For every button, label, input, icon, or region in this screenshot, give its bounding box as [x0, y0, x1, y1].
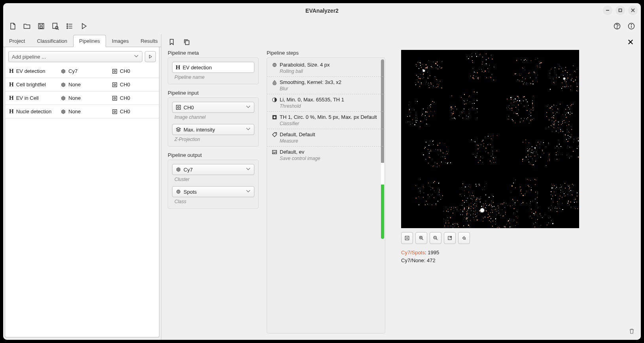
pipeline-channel: CH0 — [120, 82, 130, 88]
svg-rect-29 — [113, 96, 117, 100]
maximize-button[interactable] — [616, 6, 625, 15]
tab-project[interactable]: Project — [3, 35, 31, 47]
h-icon: H — [9, 81, 14, 88]
help-icon[interactable] — [612, 21, 623, 32]
tab-results[interactable]: Results — [134, 35, 163, 47]
close-button[interactable] — [628, 6, 638, 15]
svg-point-20 — [631, 25, 631, 25]
channel-icon — [112, 82, 117, 88]
pipeline-step[interactable]: Li, Min. 0, Max. 65535, TH 1Threshold — [267, 94, 385, 112]
h-icon: H — [9, 95, 14, 101]
step-title: Li, Min. 0, Max. 65535, TH 1 — [280, 97, 344, 103]
delete-button[interactable] — [628, 328, 635, 336]
pipeline-step[interactable]: TH 1, Circ. 0 %, Min. 5 px, Max. px Defa… — [267, 112, 385, 129]
step-caption: Threshold — [280, 103, 379, 109]
cluster-select[interactable]: Cy7 — [172, 164, 254, 175]
svg-marker-28 — [62, 96, 65, 100]
svg-point-41 — [177, 190, 180, 194]
pipeline-list: HEV detectionCy7CH0HCell brightfielNoneC… — [5, 65, 159, 337]
open-external-button[interactable] — [444, 232, 456, 244]
preview-stats: Cy7/Spots: 1995Cy7/None: 472 — [401, 249, 439, 264]
step-caption: Measure — [280, 138, 379, 144]
pipeline-channel: CH0 — [120, 95, 130, 101]
zoom-out-button[interactable] — [430, 232, 441, 244]
step-title: Default, ev — [280, 149, 304, 155]
image-channel-select[interactable]: CH0 — [172, 102, 254, 113]
svg-point-45 — [273, 116, 275, 118]
info-icon[interactable] — [626, 21, 637, 32]
chevron-down-icon — [247, 128, 251, 131]
svg-point-48 — [273, 151, 274, 152]
pipeline-step[interactable]: Default, DefaultMeasure — [267, 129, 385, 147]
preview-toolbar — [401, 232, 470, 244]
tab-pipelines[interactable]: Pipelines — [73, 35, 106, 47]
zproj-caption: Z-Projection — [172, 137, 254, 142]
svg-rect-32 — [113, 109, 117, 114]
hexagon-icon — [176, 167, 181, 172]
svg-marker-15 — [82, 23, 86, 29]
svg-rect-23 — [113, 69, 117, 73]
pipeline-channel: CH0 — [120, 109, 130, 114]
h-icon: H — [9, 68, 14, 74]
step-title: Default, Default — [280, 131, 315, 137]
stat-value: 472 — [427, 257, 436, 263]
pipeline-row[interactable]: HEV detectionCy7CH0 — [5, 65, 159, 78]
tab-classification[interactable]: Classification — [31, 35, 73, 47]
pipeline-row[interactable]: HCell brightfielNoneCH0 — [5, 78, 159, 91]
run-pipeline-button[interactable] — [145, 51, 156, 62]
pipeline-name: Cell brightfiel — [16, 82, 46, 88]
svg-line-53 — [422, 239, 423, 240]
hexagon-icon — [61, 82, 66, 88]
input-section-label: Pipeline input — [168, 90, 259, 96]
svg-point-11 — [67, 26, 68, 27]
h-icon: H — [176, 64, 180, 71]
channel-icon — [112, 95, 117, 101]
chevron-down-icon — [247, 190, 251, 194]
svg-line-60 — [450, 236, 451, 238]
bookmark-icon[interactable] — [166, 36, 177, 48]
copy-icon[interactable] — [181, 36, 192, 48]
channel-icon — [176, 105, 181, 110]
svg-rect-1 — [619, 9, 622, 12]
svg-marker-25 — [62, 82, 65, 87]
pipeline-name: Nucle detection — [16, 109, 52, 114]
step-caption: Classifier — [280, 121, 379, 126]
pipeline-row[interactable]: HEV in CellNoneCH0 — [5, 91, 159, 105]
svg-marker-22 — [62, 69, 65, 73]
zprojection-select[interactable]: Max. intensity — [172, 124, 254, 135]
chevron-down-icon — [247, 105, 251, 109]
pipeline-step[interactable]: Paraboloid, Size. 4 pxRolling ball — [267, 59, 385, 77]
svg-point-38 — [178, 107, 179, 108]
close-panel-button[interactable] — [625, 36, 636, 48]
pipeline-cluster: Cy7 — [68, 68, 78, 74]
open-folder-icon[interactable] — [21, 21, 32, 32]
pipeline-step[interactable]: Default, evSave control image — [267, 147, 385, 164]
run-icon[interactable] — [78, 21, 89, 32]
tab-images[interactable]: Images — [106, 35, 135, 47]
svg-point-33 — [114, 111, 116, 112]
new-file-icon[interactable] — [7, 21, 18, 32]
svg-rect-37 — [176, 105, 181, 110]
chevron-down-icon — [247, 168, 251, 172]
svg-line-57 — [436, 239, 438, 240]
pipeline-cluster: None — [68, 82, 81, 88]
list-icon[interactable] — [64, 21, 75, 32]
class-caption: Class — [172, 199, 254, 204]
stat-key: Cy7/None — [401, 257, 424, 263]
fill-button[interactable] — [458, 232, 470, 244]
pipeline-step[interactable]: Smoothing, Kernel: 3x3, x2Blur — [267, 77, 385, 94]
svg-point-30 — [114, 97, 116, 99]
svg-rect-6 — [53, 23, 57, 29]
minimize-button[interactable] — [603, 6, 612, 15]
pipeline-name-input[interactable]: H EV detection — [172, 62, 254, 73]
zoom-in-button[interactable] — [415, 232, 427, 244]
zoom-file-icon[interactable] — [50, 21, 61, 32]
class-select[interactable]: Spots — [172, 186, 254, 197]
step-title: Paraboloid, Size. 4 px — [280, 62, 330, 68]
add-pipeline-select[interactable]: Add pipeline ... — [8, 51, 142, 62]
step-caption: Blur — [280, 86, 379, 91]
fit-button[interactable] — [401, 232, 413, 244]
save-icon[interactable] — [36, 21, 47, 32]
pipeline-row[interactable]: HNucle detectionNoneCH0 — [5, 105, 159, 118]
svg-line-8 — [58, 29, 59, 30]
